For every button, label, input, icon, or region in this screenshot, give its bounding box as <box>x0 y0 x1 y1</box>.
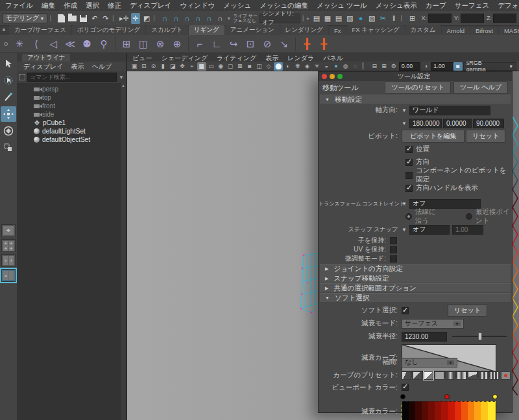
2d-pan-zoom-icon[interactable]: ✥ <box>178 62 187 71</box>
scale-constraint-icon[interactable]: ↘ <box>276 36 292 52</box>
joint-tool-plus-icon[interactable]: ╂ <box>299 36 315 52</box>
lock-camera-icon[interactable]: ⊡ <box>139 62 149 71</box>
wireframe-icon[interactable]: ◇ <box>264 62 273 71</box>
snap-projected-center-icon[interactable]: ∩ <box>193 13 202 24</box>
menu-set-selector[interactable]: モデリング▼ <box>3 13 47 23</box>
menu-display[interactable]: ディスプレイ <box>130 1 171 10</box>
redo-icon[interactable]: ↷ <box>101 13 110 24</box>
menu-select[interactable]: 選択 <box>86 1 99 10</box>
shelf-tab-custom[interactable]: カスタム <box>405 25 441 35</box>
x-input[interactable] <box>428 14 452 23</box>
save-scene-icon[interactable] <box>79 13 88 24</box>
lasso-tool-icon[interactable] <box>1 73 16 88</box>
bookmark-icon[interactable]: ▮ <box>158 62 167 71</box>
along-normal-radio[interactable] <box>405 213 412 220</box>
oversca n-icon[interactable]: ⌁ <box>187 62 197 71</box>
falloff-color-ramp[interactable]: ✕ <box>402 394 496 420</box>
closest-point-radio[interactable] <box>466 213 472 220</box>
aim-constraint-icon[interactable]: ⊡ <box>243 36 258 52</box>
shelf-tab-arnold[interactable]: Arnold <box>442 27 470 35</box>
parent-constraint-icon[interactable]: ⌐ <box>192 36 208 52</box>
preserve-uv-checkbox[interactable] <box>390 246 397 253</box>
textured-icon[interactable]: ◐ <box>284 62 293 71</box>
chevron-down-icon[interactable]: ▼ <box>402 201 407 207</box>
reset-tool-button[interactable]: ツールのリセット <box>385 81 451 94</box>
ik-handle-icon[interactable]: ◁ <box>45 36 61 52</box>
group-expander[interactable]: ▏ <box>154 16 158 21</box>
position-checkbox[interactable] <box>405 146 413 153</box>
move-tool-icon[interactable] <box>1 106 16 122</box>
chevron-down-icon[interactable]: ▼ <box>402 227 407 233</box>
menu-edit-mesh[interactable]: メッシュの編集 <box>260 1 308 10</box>
select-component-icon[interactable]: ◩ <box>142 13 151 24</box>
tool-help-button[interactable]: ツール ヘルプ <box>453 81 508 94</box>
step-size-field[interactable]: 1.00 <box>452 225 483 235</box>
field-chart-icon[interactable]: ⊠ <box>235 62 245 71</box>
paint-select-tool-icon[interactable] <box>1 89 16 105</box>
axis-orientation-field[interactable]: ワールド <box>409 106 490 115</box>
scroll-up-icon[interactable]: ▲ <box>121 84 125 88</box>
show-orientation-handle-checkbox[interactable] <box>405 185 413 192</box>
curve-preset-3[interactable] <box>424 371 433 380</box>
layout-four-pane-button[interactable]: ++++ <box>1 239 16 252</box>
panel-menu-lighting[interactable]: ライティング <box>217 54 256 62</box>
image-plane-icon[interactable]: ◪ <box>168 62 177 71</box>
tweak-mode-checkbox[interactable] <box>390 255 397 262</box>
shelf-tab-mash[interactable]: MASH <box>499 27 519 35</box>
shelf-tab-sculpting[interactable]: スカルプト <box>146 25 188 35</box>
outliner-menu-show[interactable]: 表示 <box>71 62 84 71</box>
falloff-mode-selector[interactable]: サーフェス▼ <box>402 319 464 329</box>
undo-icon[interactable]: ↶ <box>90 13 99 24</box>
menu-curves[interactable]: カーブ <box>426 1 446 10</box>
shelf-collapse-icon[interactable] <box>4 42 8 46</box>
grid-toggle-icon[interactable]: ▦ <box>197 62 206 71</box>
point-constraint-icon[interactable]: ∟ <box>209 36 224 52</box>
curve-preset-7[interactable] <box>468 371 477 380</box>
render-frame-icon[interactable]: ▤ <box>312 13 321 24</box>
depth-of-field-icon[interactable]: ◍ <box>341 62 350 71</box>
pivot-reset-button[interactable]: リセット <box>466 130 505 143</box>
section-move-settings[interactable]: ▼ 移動設定 <box>320 95 511 104</box>
anti-alias-icon[interactable]: ● <box>332 62 341 71</box>
panel-menu-show[interactable]: 表示 <box>265 54 278 62</box>
render-view-icon[interactable]: ● <box>356 13 365 24</box>
gamma-icon[interactable]: ◑ <box>421 62 430 71</box>
rotate-y-field[interactable]: 0.0000 <box>443 119 472 128</box>
menu-modify[interactable]: 修正 <box>108 1 121 10</box>
shelf-tab-rendering[interactable]: レンダリング <box>280 25 328 35</box>
outliner-item-persp[interactable]: persp <box>17 85 126 93</box>
wrap-deformer-icon[interactable]: ◫ <box>136 36 151 52</box>
outliner-item-defaultlightset[interactable]: defaultLightSet <box>17 127 126 135</box>
safe-title-icon[interactable]: ◫ <box>255 62 264 71</box>
chevron-down-icon[interactable]: ▼ <box>402 121 407 126</box>
pin-component-pivot-checkbox[interactable] <box>405 172 413 179</box>
outliner-item-top[interactable]: top <box>17 93 126 102</box>
rotate-tool-icon[interactable] <box>1 123 16 139</box>
step-snap-field[interactable]: オフ <box>409 225 450 235</box>
falloff-gradient[interactable] <box>402 401 496 420</box>
pole-vector-icon[interactable]: ⊘ <box>260 36 275 52</box>
outliner-item-defaultobjectset[interactable]: defaultObjectSet <box>17 135 126 144</box>
lattice-icon[interactable]: ⊞ <box>119 36 134 52</box>
menu-mesh-tools[interactable]: メッシュ ツール <box>317 1 367 10</box>
panel-menu-renderer[interactable]: レンダラ <box>287 54 314 62</box>
symmetry-selector[interactable]: シンメトリ: オフ <box>260 14 300 23</box>
soft-select-reset-button[interactable]: リセット <box>448 304 487 317</box>
outliner-item-pcube1[interactable]: ✥pCube1 <box>17 119 126 127</box>
search-dropdown-icon[interactable]: ▼ <box>119 75 124 80</box>
xray-joints-icon[interactable]: ⊞ <box>380 62 389 71</box>
ipr-render-icon[interactable]: ▦ <box>323 13 332 24</box>
xray-icon[interactable]: ⊟ <box>370 62 379 71</box>
menu-mesh[interactable]: メッシュ <box>223 1 251 10</box>
group-expander[interactable]: ▏ <box>50 16 54 21</box>
curve-preset-4[interactable] <box>435 371 444 380</box>
create-joint-icon[interactable]: ⟨ <box>29 36 44 52</box>
select-camera-icon[interactable]: ▣ <box>130 62 139 71</box>
falloff-radius-field[interactable]: 1230.00 <box>402 332 447 342</box>
curve-preset-9[interactable] <box>490 371 500 380</box>
orient-constraint-icon[interactable]: ↪ <box>226 36 241 52</box>
shelf-tab-bifrost[interactable]: Bifrost <box>470 27 498 35</box>
outliner-item-front[interactable]: front <box>17 102 126 110</box>
screen-space-ao-icon[interactable]: ☀ <box>312 62 321 71</box>
shelf-tab-curves-surfaces[interactable]: カーブ/サーフェス <box>9 25 71 35</box>
